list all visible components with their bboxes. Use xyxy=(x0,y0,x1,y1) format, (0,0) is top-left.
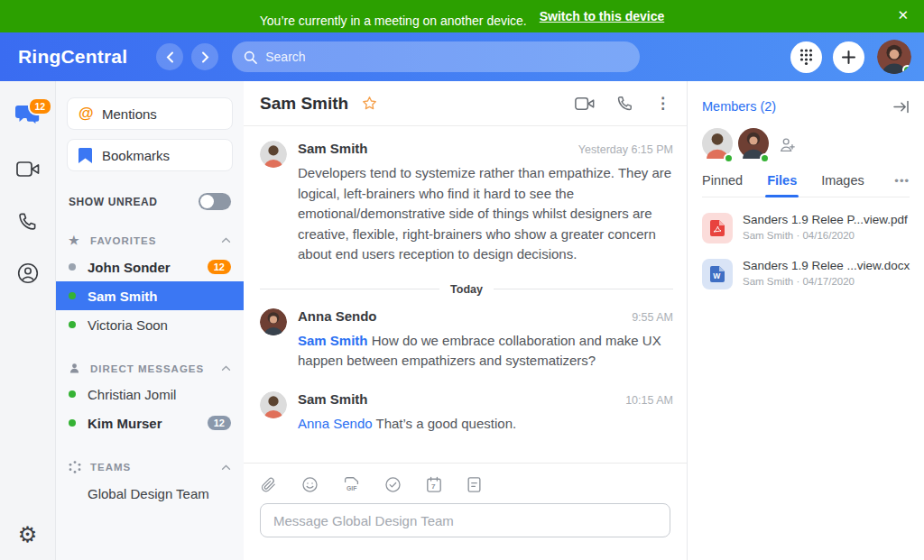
search-bar[interactable] xyxy=(232,41,640,72)
tabs-more-button[interactable]: ••• xyxy=(894,174,910,188)
gif-button[interactable]: GIF xyxy=(343,476,360,493)
calendar-icon: 7 xyxy=(426,476,442,493)
rail-phone-button[interactable] xyxy=(17,209,38,233)
attach-file-button[interactable] xyxy=(260,476,277,493)
search-icon xyxy=(244,50,257,64)
dm-title: DIRECT MESSAGES xyxy=(90,363,204,374)
presence-dot xyxy=(902,65,911,74)
more-options-button[interactable]: ⋮ xyxy=(655,94,670,113)
favorite-star-button[interactable] xyxy=(361,95,378,112)
avatar[interactable] xyxy=(260,308,287,335)
presence-dot xyxy=(69,390,76,398)
mentions-label: Mentions xyxy=(102,106,157,122)
conversation-christian-jomil[interactable]: Christian Jomil xyxy=(56,380,244,409)
unread-badge: 12 xyxy=(208,416,231,430)
file-item[interactable]: Sanders 1.9 Relee P...view.pdf Sam Smith… xyxy=(702,213,910,243)
show-unread-toggle[interactable] xyxy=(199,193,231,210)
anna-sendo-avatar-image xyxy=(260,308,287,335)
tab-files[interactable]: Files xyxy=(767,173,797,188)
chat-header: Sam Smith ⋮ xyxy=(244,81,687,126)
nav-rail: 12 ⚙ xyxy=(0,81,56,560)
sidebar-item-bookmarks[interactable]: Bookmarks xyxy=(67,139,233,171)
rail-contacts-button[interactable] xyxy=(17,262,39,285)
message: Sam Smith 10:15 AM Anna Sendo That’s a g… xyxy=(260,391,673,435)
new-actions-button[interactable] xyxy=(833,41,864,73)
sam-smith-avatar-image xyxy=(260,391,287,418)
svg-text:W: W xyxy=(713,271,721,280)
conversation-global-design-team[interactable]: Global Design Team xyxy=(56,479,244,508)
chevron-up-icon xyxy=(221,365,231,372)
message-text: Developers tend to systemize rather than… xyxy=(298,163,673,265)
settings-gear-icon[interactable]: ⚙ xyxy=(18,522,38,547)
show-unread-row: SHOW UNREAD xyxy=(69,193,231,210)
tab-pinned[interactable]: Pinned xyxy=(702,173,743,188)
emoji-button[interactable] xyxy=(301,476,319,493)
close-icon[interactable]: ✕ xyxy=(897,8,909,22)
chevron-up-icon xyxy=(221,464,231,471)
message: Anna Sendo 9:55 AM Sam Smith How do we e… xyxy=(260,308,673,372)
conversation-sidebar: @ Mentions Bookmarks SHOW UNREAD ★ FAVOR… xyxy=(56,81,244,560)
gif-icon: GIF xyxy=(343,476,360,493)
date-divider-label: Today xyxy=(450,283,483,296)
message-time: 9:55 AM xyxy=(632,311,673,324)
add-member-button[interactable] xyxy=(780,137,796,153)
mention-link[interactable]: Sam Smith xyxy=(298,333,368,348)
presence-dot xyxy=(69,490,76,497)
banner-message: You’re currently in a meeting on another… xyxy=(260,14,527,28)
calendar-event-button[interactable]: 7 xyxy=(426,476,442,493)
person-circle-icon xyxy=(17,262,39,284)
phone-icon xyxy=(616,95,633,112)
teams-title: TEAMS xyxy=(90,462,131,473)
members-link[interactable]: Members (2) xyxy=(702,99,776,114)
bookmark-icon xyxy=(79,148,92,163)
svg-text:GIF: GIF xyxy=(346,485,356,491)
note-button[interactable] xyxy=(467,476,482,493)
message-time: Yesterday 6:15 PM xyxy=(578,143,673,156)
phone-icon xyxy=(17,211,38,232)
conversation-name: Kim Murser xyxy=(88,416,162,431)
profile-avatar[interactable] xyxy=(877,40,911,74)
start-call-button[interactable] xyxy=(616,95,633,112)
direct-messages-section-header[interactable]: DIRECT MESSAGES xyxy=(69,363,231,374)
sidebar-item-mentions[interactable]: @ Mentions xyxy=(67,97,233,130)
teams-section-header[interactable]: TEAMS xyxy=(69,461,231,473)
presence-dot xyxy=(69,292,76,299)
start-video-button[interactable] xyxy=(575,96,595,111)
avatar[interactable] xyxy=(260,391,287,418)
forward-button[interactable] xyxy=(191,43,218,70)
conversation-name: Sam Smith xyxy=(88,289,158,304)
word-file-icon: W xyxy=(710,266,725,282)
rail-video-button[interactable] xyxy=(16,157,40,180)
back-button[interactable] xyxy=(156,43,183,70)
file-item[interactable]: W Sanders 1.9 Relee ...view.docx Sam Smi… xyxy=(702,259,910,289)
svg-text:7: 7 xyxy=(431,482,436,491)
favorites-section-header[interactable]: ★ FAVORITES xyxy=(69,234,231,247)
mention-link[interactable]: Anna Sendo xyxy=(298,416,373,431)
switch-device-link[interactable]: Switch to this device xyxy=(540,9,664,23)
chevron-right-icon xyxy=(201,51,209,63)
chevron-left-icon xyxy=(166,51,174,63)
dialpad-button[interactable] xyxy=(790,41,822,73)
conversation-kim-murser[interactable]: Kim Murser 12 xyxy=(56,409,244,437)
conversation-john-sonder[interactable]: John Sonder 12 xyxy=(56,252,244,281)
message-time: 10:15 AM xyxy=(625,394,673,407)
conversation-sam-smith[interactable]: Sam Smith xyxy=(56,281,244,310)
messages-badge: 12 xyxy=(28,97,53,115)
tab-images[interactable]: Images xyxy=(821,173,864,188)
composer: GIF 7 xyxy=(244,463,687,560)
search-input[interactable] xyxy=(265,50,628,64)
presence-dot xyxy=(69,419,76,427)
sam-smith-avatar-image xyxy=(260,141,287,168)
file-meta: Sam Smith · 04/16/2020 xyxy=(743,230,908,241)
rail-messages-button[interactable]: 12 xyxy=(15,105,41,128)
message-input[interactable] xyxy=(273,513,657,528)
task-button[interactable] xyxy=(384,476,402,493)
presence-dot xyxy=(69,263,76,271)
avatar[interactable] xyxy=(260,141,287,168)
chevron-up-icon xyxy=(221,237,231,243)
video-camera-icon xyxy=(575,96,595,111)
conversation-name: Global Design Team xyxy=(88,486,209,501)
collapse-panel-button[interactable] xyxy=(892,100,910,114)
message-author: Sam Smith xyxy=(298,141,368,156)
conversation-victoria-soon[interactable]: Victoria Soon xyxy=(56,310,244,339)
